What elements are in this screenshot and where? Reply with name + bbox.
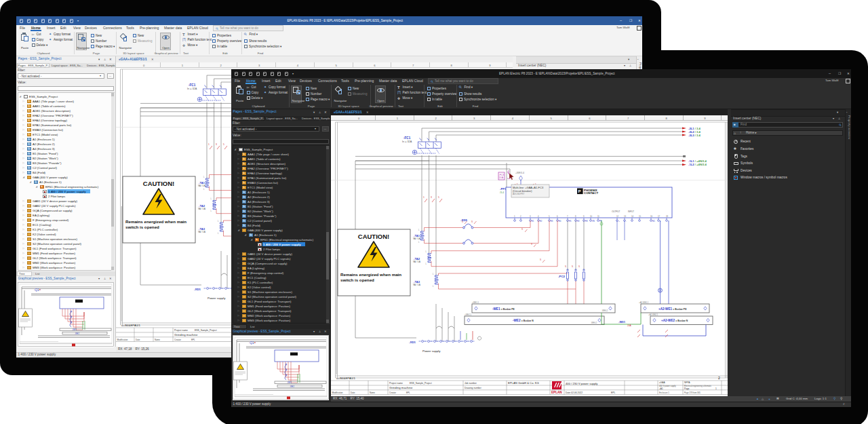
svg-text:VN: VN bbox=[592, 220, 595, 223]
svg-text:-TA1: -TA1 bbox=[414, 234, 420, 237]
svg-text:Date: Date bbox=[136, 339, 140, 341]
svg-text:1: 1 bbox=[208, 143, 210, 146]
svg-text:CAUTION!: CAUTION! bbox=[143, 180, 174, 187]
svg-text:Power supply: Power supply bbox=[422, 349, 441, 353]
svg-text:Project name: Project name bbox=[389, 382, 403, 385]
svg-text:S: S bbox=[471, 220, 473, 223]
svg-text:S: S bbox=[578, 265, 580, 268]
svg-text:Creator: Creator bbox=[174, 339, 181, 341]
svg-text:Remains energized when main: Remains energized when main bbox=[125, 219, 186, 224]
svg-text:16: 16 bbox=[650, 215, 653, 218]
svg-text:ESS_Sample_Project: ESS_Sample_Project bbox=[410, 382, 432, 385]
svg-text:-W01: -W01 bbox=[618, 320, 626, 324]
svg-text:-WE1 = Busbar PE: -WE1 = Busbar PE bbox=[492, 307, 515, 311]
svg-text:S: S bbox=[540, 258, 541, 261]
svg-text:-WE1: -WE1 bbox=[72, 328, 77, 331]
svg-text:-Q1=: -Q1= bbox=[34, 288, 41, 292]
svg-text:-Q1=: -Q1= bbox=[249, 341, 256, 345]
svg-text:1: 1 bbox=[715, 387, 717, 390]
svg-text:S: S bbox=[521, 228, 523, 231]
svg-text:EPL: EPL bbox=[611, 391, 616, 394]
svg-text:S: S bbox=[572, 265, 573, 268]
svg-text:Electrical engineering schemat: Electrical engineering schematic bbox=[684, 385, 712, 387]
svg-text:9A / 5 A: 9A / 5 A bbox=[413, 284, 421, 286]
svg-text:H2: H2 bbox=[577, 220, 580, 223]
svg-text:S: S bbox=[531, 243, 532, 246]
svg-text:-WE2 = Busbar N: -WE2 = Busbar N bbox=[513, 319, 534, 322]
svg-text:NFPA:: NFPA: bbox=[684, 381, 690, 384]
svg-text:Multi-line: +GAA+A1-FC3: Multi-line: +GAA+A1-FC3 bbox=[513, 186, 544, 189]
svg-text:5: 5 bbox=[223, 143, 224, 146]
svg-text:In = 32A: In = 32A bbox=[187, 88, 197, 90]
svg-text:NC: NC bbox=[652, 220, 655, 223]
svg-text:-XD1: -XD1 bbox=[194, 288, 201, 291]
svg-text:OUTPUT: OUTPUT bbox=[612, 210, 620, 213]
svg-text:Enclosure 1: Enclosure 1 bbox=[659, 391, 669, 394]
svg-text:/3.4: /3.4 bbox=[500, 191, 504, 194]
svg-text:-WE1: -WE1 bbox=[287, 381, 292, 384]
svg-text:-TA2: -TA2 bbox=[199, 204, 205, 208]
svg-text:-2L3 / 3.4: -2L3 / 3.4 bbox=[688, 134, 701, 137]
svg-text:Date: Date bbox=[351, 391, 355, 394]
svg-text:+WE3.4: +WE3.4 bbox=[515, 172, 524, 174]
svg-text:400 V power supply: 400 V power supply bbox=[659, 385, 676, 387]
svg-text:CAUTION!: CAUTION! bbox=[358, 233, 389, 240]
svg-text:+WE2.1: +WE2.1 bbox=[465, 313, 471, 316]
svg-text:17: 17 bbox=[658, 215, 660, 218]
svg-text:2: 2 bbox=[718, 376, 720, 380]
svg-text:Creator: Creator bbox=[389, 391, 396, 394]
svg-text:12: 12 bbox=[616, 215, 619, 218]
svg-text:-WE2: -WE2 bbox=[75, 332, 79, 335]
svg-text:P: P bbox=[578, 189, 581, 193]
svg-text:Job number: Job number bbox=[465, 382, 477, 385]
svg-text:13 A: 13 A bbox=[499, 176, 505, 179]
svg-text:-1L2 / +4N/3.4: -1L2 / +4N/3.4 bbox=[688, 163, 707, 166]
svg-text:=GAA: =GAA bbox=[659, 381, 665, 384]
svg-text:E1: E1 bbox=[532, 220, 534, 223]
svg-text:E2: E2 bbox=[540, 220, 542, 223]
svg-text:-TA3: -TA3 bbox=[199, 227, 205, 231]
svg-text:+A2-WE1 = Busbar PE: +A2-WE1 = Busbar PE bbox=[658, 307, 687, 311]
svg-text:-PC2: -PC2 bbox=[558, 275, 566, 278]
svg-text:-PF1: -PF1 bbox=[500, 187, 507, 191]
svg-text:9A / 5 A: 9A / 5 A bbox=[413, 237, 421, 240]
svg-text:Modification: Modification bbox=[117, 339, 128, 341]
svg-text:E3: E3 bbox=[551, 220, 553, 223]
svg-text:-TA3: -TA3 bbox=[414, 280, 420, 284]
svg-text:S: S bbox=[565, 265, 566, 268]
svg-text:Date 02.06.2022: Date 02.06.2022 bbox=[566, 391, 583, 394]
svg-text:9A / 5 A: 9A / 5 A bbox=[413, 261, 421, 263]
svg-text:-WE6.2: -WE6.2 bbox=[591, 322, 597, 324]
svg-text:+A1: +A1 bbox=[659, 387, 663, 390]
svg-text:13: 13 bbox=[624, 215, 627, 218]
svg-text:1: 1 bbox=[423, 196, 425, 199]
svg-text:H3: H3 bbox=[585, 220, 588, 223]
svg-text:3: 3 bbox=[216, 143, 217, 146]
svg-text:Drawing number: Drawing number bbox=[465, 387, 482, 389]
svg-text:ESS_Sample_Project: ESS_Sample_Project bbox=[195, 329, 217, 332]
svg-text:-1L1 / +4N/3.4: -1L1 / +4N/3.4 bbox=[688, 159, 707, 163]
svg-text:11: 11 bbox=[597, 215, 599, 218]
svg-text:EPLAN GmbH & Co. KG: EPLAN GmbH & Co. KG bbox=[508, 381, 539, 385]
svg-text:=+B4&EPA1/1: =+B4&EPA1/1 bbox=[336, 377, 356, 380]
svg-text:20A: 20A bbox=[627, 324, 632, 327]
svg-text:Page: Page bbox=[684, 387, 690, 390]
svg-text:15: 15 bbox=[639, 215, 642, 218]
svg-text:Grinding machine: Grinding machine bbox=[174, 333, 198, 336]
svg-text:ADCSDPRT: ADCSDPRT bbox=[513, 193, 525, 195]
svg-text:INPUT: INPUT bbox=[628, 210, 634, 213]
svg-text:H1: H1 bbox=[569, 220, 572, 223]
svg-text:Modification: Modification bbox=[332, 391, 343, 394]
svg-text:10: 10 bbox=[590, 215, 593, 218]
svg-text:Name: Name bbox=[155, 339, 160, 341]
svg-text:-TA1: -TA1 bbox=[199, 181, 205, 185]
svg-text:EPLAN: EPLAN bbox=[551, 391, 562, 394]
svg-text:Power supply: Power supply bbox=[208, 296, 226, 300]
svg-text:18: 18 bbox=[666, 215, 669, 218]
svg-text:-WE2: -WE2 bbox=[290, 385, 294, 388]
svg-text:=+B4&EPA1/1: =+B4&EPA1/1 bbox=[121, 324, 141, 327]
svg-text:-FC1: -FC1 bbox=[403, 136, 411, 140]
svg-text:switch is opened: switch is opened bbox=[340, 277, 374, 282]
svg-text:-XD1: -XD1 bbox=[409, 341, 416, 344]
svg-text:+WE1.1: +WE1.1 bbox=[472, 301, 479, 304]
